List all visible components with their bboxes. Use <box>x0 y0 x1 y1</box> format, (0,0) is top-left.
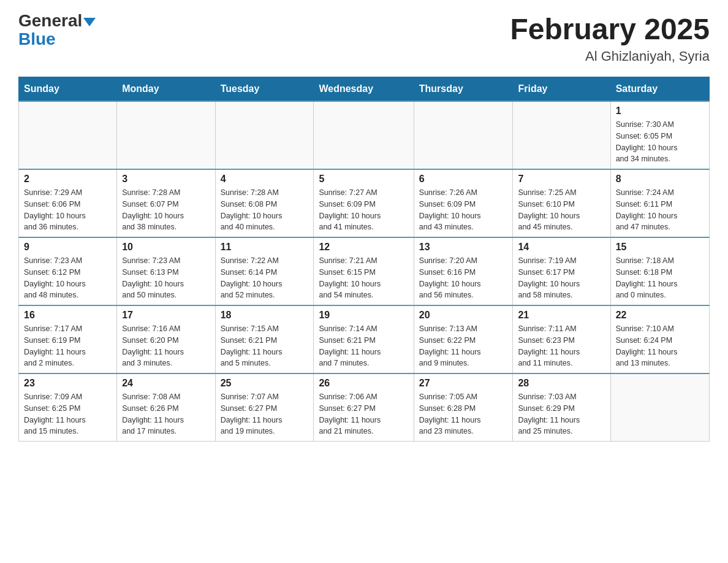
day-info: Sunrise: 7:05 AM Sunset: 6:28 PM Dayligh… <box>419 391 508 437</box>
day-info: Sunrise: 7:06 AM Sunset: 6:27 PM Dayligh… <box>319 391 408 437</box>
day-number: 18 <box>221 310 309 321</box>
table-row <box>513 101 610 169</box>
day-number: 12 <box>319 242 408 253</box>
day-info: Sunrise: 7:22 AM Sunset: 6:14 PM Dayligh… <box>221 255 309 301</box>
calendar-table: Sunday Monday Tuesday Wednesday Thursday… <box>18 77 710 442</box>
col-monday: Monday <box>117 77 215 102</box>
day-number: 14 <box>518 242 605 253</box>
location: Al Ghizlaniyah, Syria <box>510 48 710 64</box>
day-info: Sunrise: 7:28 AM Sunset: 6:07 PM Dayligh… <box>122 187 210 233</box>
col-friday: Friday <box>513 77 610 102</box>
calendar-week-row: 2Sunrise: 7:29 AM Sunset: 6:06 PM Daylig… <box>19 169 710 237</box>
page-header: General Blue February 2025 Al Ghizlaniya… <box>18 12 710 64</box>
col-tuesday: Tuesday <box>215 77 314 102</box>
table-row: 24Sunrise: 7:08 AM Sunset: 6:26 PM Dayli… <box>117 373 215 442</box>
table-row: 22Sunrise: 7:10 AM Sunset: 6:24 PM Dayli… <box>610 305 709 373</box>
table-row <box>610 373 709 442</box>
day-number: 9 <box>24 242 112 253</box>
table-row: 16Sunrise: 7:17 AM Sunset: 6:19 PM Dayli… <box>19 305 117 373</box>
table-row: 4Sunrise: 7:28 AM Sunset: 6:08 PM Daylig… <box>215 169 314 237</box>
table-row: 1Sunrise: 7:30 AM Sunset: 6:05 PM Daylig… <box>610 101 709 169</box>
logo-triangle-icon <box>83 18 96 26</box>
day-number: 20 <box>419 310 508 321</box>
day-number: 7 <box>518 174 605 185</box>
day-info: Sunrise: 7:27 AM Sunset: 6:09 PM Dayligh… <box>319 187 408 233</box>
table-row: 9Sunrise: 7:23 AM Sunset: 6:12 PM Daylig… <box>19 237 117 305</box>
col-wednesday: Wednesday <box>314 77 414 102</box>
day-info: Sunrise: 7:10 AM Sunset: 6:24 PM Dayligh… <box>616 323 704 369</box>
calendar-week-row: 1Sunrise: 7:30 AM Sunset: 6:05 PM Daylig… <box>19 101 710 169</box>
day-info: Sunrise: 7:25 AM Sunset: 6:10 PM Dayligh… <box>518 187 605 233</box>
day-number: 25 <box>221 378 309 389</box>
day-info: Sunrise: 7:14 AM Sunset: 6:21 PM Dayligh… <box>319 323 408 369</box>
day-number: 17 <box>122 310 210 321</box>
table-row: 23Sunrise: 7:09 AM Sunset: 6:25 PM Dayli… <box>19 373 117 442</box>
calendar-header-row: Sunday Monday Tuesday Wednesday Thursday… <box>19 77 710 102</box>
day-info: Sunrise: 7:29 AM Sunset: 6:06 PM Dayligh… <box>24 187 112 233</box>
day-number: 21 <box>518 310 605 321</box>
day-info: Sunrise: 7:30 AM Sunset: 6:05 PM Dayligh… <box>616 119 704 165</box>
month-title: February 2025 <box>510 12 710 46</box>
col-sunday: Sunday <box>19 77 117 102</box>
table-row: 12Sunrise: 7:21 AM Sunset: 6:15 PM Dayli… <box>314 237 414 305</box>
table-row: 21Sunrise: 7:11 AM Sunset: 6:23 PM Dayli… <box>513 305 610 373</box>
table-row <box>19 101 117 169</box>
table-row: 13Sunrise: 7:20 AM Sunset: 6:16 PM Dayli… <box>414 237 513 305</box>
table-row: 20Sunrise: 7:13 AM Sunset: 6:22 PM Dayli… <box>414 305 513 373</box>
day-info: Sunrise: 7:23 AM Sunset: 6:12 PM Dayligh… <box>24 255 112 301</box>
day-info: Sunrise: 7:24 AM Sunset: 6:11 PM Dayligh… <box>616 187 704 233</box>
table-row: 11Sunrise: 7:22 AM Sunset: 6:14 PM Dayli… <box>215 237 314 305</box>
day-number: 8 <box>616 174 704 185</box>
table-row: 5Sunrise: 7:27 AM Sunset: 6:09 PM Daylig… <box>314 169 414 237</box>
day-number: 10 <box>122 242 210 253</box>
table-row: 28Sunrise: 7:03 AM Sunset: 6:29 PM Dayli… <box>513 373 610 442</box>
day-number: 24 <box>122 378 210 389</box>
col-saturday: Saturday <box>610 77 709 102</box>
table-row: 2Sunrise: 7:29 AM Sunset: 6:06 PM Daylig… <box>19 169 117 237</box>
table-row: 10Sunrise: 7:23 AM Sunset: 6:13 PM Dayli… <box>117 237 215 305</box>
day-info: Sunrise: 7:13 AM Sunset: 6:22 PM Dayligh… <box>419 323 508 369</box>
day-info: Sunrise: 7:16 AM Sunset: 6:20 PM Dayligh… <box>122 323 210 369</box>
day-info: Sunrise: 7:26 AM Sunset: 6:09 PM Dayligh… <box>419 187 508 233</box>
day-info: Sunrise: 7:18 AM Sunset: 6:18 PM Dayligh… <box>616 255 704 301</box>
day-number: 22 <box>616 310 704 321</box>
table-row: 7Sunrise: 7:25 AM Sunset: 6:10 PM Daylig… <box>513 169 610 237</box>
table-row: 14Sunrise: 7:19 AM Sunset: 6:17 PM Dayli… <box>513 237 610 305</box>
day-number: 6 <box>419 174 508 185</box>
day-number: 3 <box>122 174 210 185</box>
day-number: 13 <box>419 242 508 253</box>
day-number: 4 <box>221 174 309 185</box>
day-number: 28 <box>518 378 605 389</box>
day-number: 5 <box>319 174 408 185</box>
logo-general: General <box>18 12 96 29</box>
calendar-week-row: 23Sunrise: 7:09 AM Sunset: 6:25 PM Dayli… <box>19 373 710 442</box>
day-info: Sunrise: 7:19 AM Sunset: 6:17 PM Dayligh… <box>518 255 605 301</box>
table-row: 27Sunrise: 7:05 AM Sunset: 6:28 PM Dayli… <box>414 373 513 442</box>
table-row <box>215 101 314 169</box>
day-number: 19 <box>319 310 408 321</box>
day-number: 27 <box>419 378 508 389</box>
table-row: 25Sunrise: 7:07 AM Sunset: 6:27 PM Dayli… <box>215 373 314 442</box>
table-row: 3Sunrise: 7:28 AM Sunset: 6:07 PM Daylig… <box>117 169 215 237</box>
table-row: 8Sunrise: 7:24 AM Sunset: 6:11 PM Daylig… <box>610 169 709 237</box>
day-number: 1 <box>616 105 704 117</box>
day-info: Sunrise: 7:17 AM Sunset: 6:19 PM Dayligh… <box>24 323 112 369</box>
table-row: 18Sunrise: 7:15 AM Sunset: 6:21 PM Dayli… <box>215 305 314 373</box>
day-info: Sunrise: 7:15 AM Sunset: 6:21 PM Dayligh… <box>221 323 309 369</box>
table-row <box>414 101 513 169</box>
day-number: 2 <box>24 174 112 185</box>
day-info: Sunrise: 7:23 AM Sunset: 6:13 PM Dayligh… <box>122 255 210 301</box>
logo-blue: Blue <box>18 29 56 49</box>
day-number: 26 <box>319 378 408 389</box>
day-info: Sunrise: 7:07 AM Sunset: 6:27 PM Dayligh… <box>221 391 309 437</box>
title-area: February 2025 Al Ghizlaniyah, Syria <box>510 12 710 64</box>
logo: General Blue <box>18 12 96 49</box>
day-info: Sunrise: 7:09 AM Sunset: 6:25 PM Dayligh… <box>24 391 112 437</box>
table-row: 15Sunrise: 7:18 AM Sunset: 6:18 PM Dayli… <box>610 237 709 305</box>
table-row: 26Sunrise: 7:06 AM Sunset: 6:27 PM Dayli… <box>314 373 414 442</box>
day-info: Sunrise: 7:20 AM Sunset: 6:16 PM Dayligh… <box>419 255 508 301</box>
calendar-week-row: 16Sunrise: 7:17 AM Sunset: 6:19 PM Dayli… <box>19 305 710 373</box>
day-info: Sunrise: 7:11 AM Sunset: 6:23 PM Dayligh… <box>518 323 605 369</box>
col-thursday: Thursday <box>414 77 513 102</box>
day-info: Sunrise: 7:08 AM Sunset: 6:26 PM Dayligh… <box>122 391 210 437</box>
